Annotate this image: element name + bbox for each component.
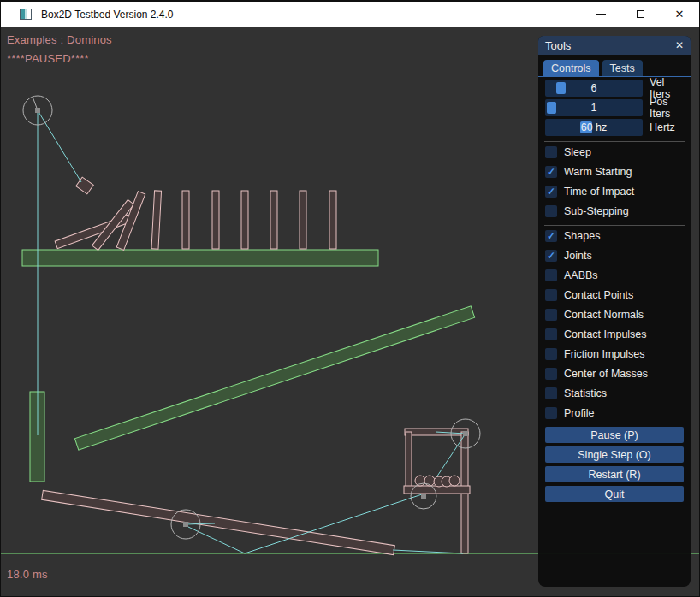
tools-tabbar: Controls Tests [538,55,691,77]
checkbox-icon[interactable] [545,289,557,301]
checkbox-aabbs[interactable]: AABBs [545,269,684,281]
checkbox-icon[interactable] [545,407,557,419]
checkbox-shapes[interactable]: ✓ Shapes [545,230,684,242]
pause-button[interactable]: Pause (P) [545,427,684,443]
checkbox-time-of-impact[interactable]: ✓ Time of Impact [545,186,684,198]
checkbox-icon[interactable]: ✓ [545,166,557,178]
checkbox-icon[interactable] [545,328,557,340]
checkbox-contact-points[interactable]: Contact Points [545,289,684,301]
checkbox-icon[interactable] [545,348,557,360]
checkbox-icon[interactable] [545,146,557,158]
checkbox-friction-impulses[interactable]: Friction Impulses [545,348,684,360]
checkbox-icon[interactable] [545,269,557,281]
checkbox-icon[interactable] [545,387,557,399]
standing-domino [241,191,248,249]
vel-iters-label: Vel Iters [650,80,684,97]
checkbox-sleep[interactable]: Sleep [545,146,684,158]
paused-label: ****PAUSED**** [7,52,89,65]
app-window: Box2D Testbed Version 2.4.0 ✕ [0,0,700,597]
standing-domino [212,191,219,249]
checkbox-profile[interactable]: Profile [545,407,684,419]
checkbox-statistics[interactable]: Statistics [545,387,684,399]
tools-panel-title: Tools [545,39,675,52]
standing-domino [270,191,277,249]
tools-panel-titlebar[interactable]: Tools ✕ [538,36,691,55]
hertz-label: Hertz [650,119,675,136]
example-label: Examples : Dominos [7,33,112,46]
checkbox-icon[interactable]: ✓ [545,186,557,198]
tab-tests[interactable]: Tests [602,60,643,76]
tools-panel: Tools ✕ Controls Tests 6 Vel Iters 1 Pos… [538,36,691,587]
domino-platform [22,250,378,266]
tab-controls[interactable]: Controls [543,60,599,76]
hertz-value: 60 hz [545,119,643,136]
standing-domino [329,191,336,249]
joint-anchors [35,108,468,527]
frame-left-bar [406,432,412,493]
checkbox-icon[interactable]: ✓ [545,250,557,262]
cradle-balls [415,476,460,487]
frame-shelf [404,486,470,494]
pos-iters-value: 1 [545,99,643,116]
single-step-button[interactable]: Single Step (O) [545,446,684,463]
separator [544,141,685,142]
pos-iters-label: Pos Iters [650,99,684,116]
standing-domino [151,191,162,249]
standing-domino [182,191,189,249]
checkbox-joints[interactable]: ✓ Joints [545,250,684,262]
checkbox-contact-normals[interactable]: Contact Normals [545,309,684,321]
tools-panel-close-icon[interactable]: ✕ [675,39,684,51]
pos-iters-slider[interactable]: 1 Pos Iters [545,99,684,116]
checkbox-center-of-masses[interactable]: Center of Masses [545,368,684,380]
checkbox-sub-stepping[interactable]: Sub-Stepping [545,205,684,217]
frame-time-label: 18.0 ms [7,568,48,581]
hertz-slider[interactable]: 60 hz Hertz [545,119,684,136]
standing-domino [300,191,306,249]
vel-iters-slider[interactable]: 6 Vel Iters [545,80,684,97]
checkbox-icon[interactable] [545,309,557,321]
separator [544,225,685,226]
restart-button[interactable]: Restart (R) [545,466,684,482]
checkbox-contact-impulses[interactable]: Contact Impulses [545,328,684,340]
checkbox-icon[interactable] [545,205,557,217]
pendulum-box [76,177,94,194]
checkbox-icon[interactable]: ✓ [545,230,557,242]
seesaw-plank [42,490,395,554]
checkbox-warm-starting[interactable]: ✓ Warm Starting [545,166,684,178]
quit-button[interactable]: Quit [545,486,684,502]
vel-iters-value: 6 [545,80,643,97]
checkbox-icon[interactable] [545,368,557,380]
